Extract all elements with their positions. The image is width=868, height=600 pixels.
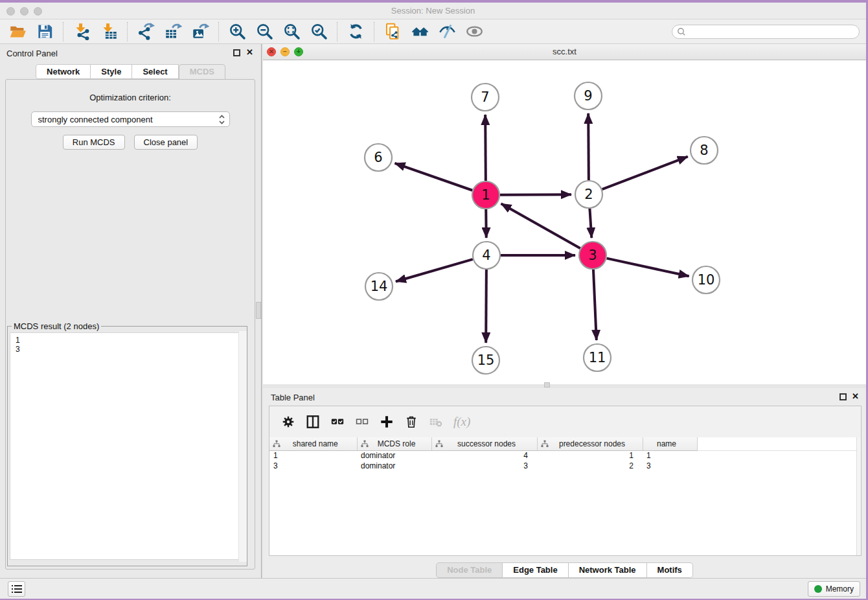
save-session-icon[interactable] xyxy=(34,22,55,41)
control-panel-title: Control Panel xyxy=(6,49,58,58)
memory-button[interactable]: Memory xyxy=(808,581,860,597)
network-window: ✕ − + scc.txt 7968124314101511 xyxy=(263,44,866,384)
tab-mcds[interactable]: MCDS xyxy=(179,64,225,80)
table-cell[interactable]: 1 xyxy=(269,450,357,461)
duplicate-network-icon[interactable] xyxy=(382,22,403,41)
delete-column-icon[interactable] xyxy=(402,413,420,431)
selected-option: strongly connected component xyxy=(38,115,153,124)
column-type-icon xyxy=(273,440,280,448)
memory-status-icon xyxy=(814,585,822,593)
search-box[interactable] xyxy=(672,25,860,39)
desktop-background: Session: New Session Control Panel ✕ Net… xyxy=(0,0,868,600)
add-column-icon[interactable] xyxy=(378,413,396,431)
table-container: f(x) shared nameMCDS rolesuccessor nodes… xyxy=(269,406,862,556)
node-label-14: 14 xyxy=(371,279,388,294)
open-session-icon[interactable] xyxy=(7,22,28,41)
zoom-out-icon[interactable] xyxy=(254,22,275,41)
zoom-in-icon[interactable] xyxy=(227,22,247,41)
table-cell[interactable]: 1 xyxy=(537,450,643,461)
select-all-columns-icon[interactable] xyxy=(328,413,347,431)
edge-1-2[interactable] xyxy=(500,194,571,195)
search-input[interactable] xyxy=(689,27,851,36)
toolbar-separator xyxy=(218,22,219,41)
table-cell[interactable]: dominator xyxy=(357,461,431,471)
network-graph[interactable]: 7968124314101511 xyxy=(263,60,868,384)
table-tabs: Node TableEdge TableNetwork TableMotifs xyxy=(263,562,866,578)
status-bar: Memory xyxy=(0,578,866,599)
close-panel-button[interactable]: Close panel xyxy=(134,135,198,150)
column-header-MCDS-role[interactable]: MCDS role xyxy=(357,437,431,450)
split-columns-icon[interactable] xyxy=(304,413,322,431)
network-canvas[interactable]: 7968124314101511 xyxy=(263,60,866,384)
table-cell[interactable]: 1 xyxy=(643,450,697,461)
tab-style[interactable]: Style xyxy=(91,64,132,79)
edge-3-1[interactable] xyxy=(501,203,580,248)
float-panel-icon[interactable] xyxy=(233,49,240,56)
close-panel-icon[interactable]: ✕ xyxy=(852,391,859,401)
run-mcds-button[interactable]: Run MCDS xyxy=(63,135,125,150)
import-table-icon[interactable] xyxy=(98,22,119,41)
export-image-icon[interactable] xyxy=(190,22,211,41)
hide-details-icon[interactable] xyxy=(437,22,457,41)
splitter-handle[interactable] xyxy=(544,382,550,387)
node-label-4: 4 xyxy=(482,248,490,263)
column-header-successor-nodes[interactable]: successor nodes xyxy=(431,437,537,450)
edge-2-8[interactable] xyxy=(602,157,688,190)
node-label-9: 9 xyxy=(584,88,592,104)
result-scrollbar[interactable] xyxy=(238,331,247,562)
tab-edge-table[interactable]: Edge Table xyxy=(503,562,568,578)
mcds-result-text[interactable]: 1 3 xyxy=(10,332,245,560)
float-panel-icon[interactable] xyxy=(839,393,847,400)
edge-1-6[interactable] xyxy=(394,163,472,190)
control-panel: Control Panel ✕ NetworkStyleSelectMCDS O… xyxy=(0,44,261,578)
table-cell[interactable]: dominator xyxy=(357,450,431,461)
zoom-fit-icon[interactable] xyxy=(281,22,302,41)
edge-2-3[interactable] xyxy=(589,209,591,238)
table-row[interactable]: 3dominator323 xyxy=(269,461,856,471)
main-toolbar xyxy=(0,19,866,44)
tab-select[interactable]: Select xyxy=(132,64,178,79)
zoom-selected-icon[interactable] xyxy=(308,22,329,41)
column-header-predecessor-nodes[interactable]: predecessor nodes xyxy=(537,437,643,450)
table-panel-title: Table Panel xyxy=(271,393,315,402)
export-network-icon[interactable] xyxy=(135,22,156,41)
table-cell[interactable]: 4 xyxy=(431,450,537,461)
task-history-button[interactable] xyxy=(8,581,25,597)
home-icon[interactable] xyxy=(409,22,430,41)
edge-1-7[interactable] xyxy=(485,115,486,181)
tab-network[interactable]: Network xyxy=(36,64,91,79)
close-panel-icon[interactable]: ✕ xyxy=(246,47,253,57)
tab-node-table[interactable]: Node Table xyxy=(436,562,503,578)
table-row[interactable]: 1dominator411 xyxy=(269,450,856,461)
edge-3-10[interactable] xyxy=(606,259,689,277)
column-header-shared-name[interactable]: shared name xyxy=(269,437,357,450)
show-details-icon[interactable] xyxy=(464,22,485,41)
column-header-filler xyxy=(697,437,856,450)
edge-3-11[interactable] xyxy=(593,270,597,340)
column-type-icon xyxy=(541,440,549,448)
table-cell[interactable]: 3 xyxy=(269,461,357,471)
export-table-icon[interactable] xyxy=(163,22,183,41)
edge-4-14[interactable] xyxy=(396,259,473,281)
node-table: shared nameMCDS rolesuccessor nodesprede… xyxy=(269,437,856,555)
toolbar-separator xyxy=(127,22,128,41)
tab-motifs[interactable]: Motifs xyxy=(647,562,693,578)
splitter-handle[interactable] xyxy=(256,302,261,319)
refresh-icon[interactable] xyxy=(345,22,366,41)
tab-network-table[interactable]: Network Table xyxy=(569,562,647,578)
table-panel-header: Table Panel ✕ xyxy=(263,388,866,406)
deselect-all-columns-icon[interactable] xyxy=(353,413,371,431)
column-header-name[interactable]: name xyxy=(643,437,697,450)
node-label-6: 6 xyxy=(374,150,382,165)
table-cell[interactable]: 3 xyxy=(431,461,537,471)
memory-label: Memory xyxy=(826,584,854,594)
import-network-icon[interactable] xyxy=(71,22,92,41)
table-scrollbar[interactable] xyxy=(856,437,861,555)
edge-4-15[interactable] xyxy=(486,270,486,343)
table-cell[interactable]: 3 xyxy=(643,461,697,471)
control-panel-tabs: NetworkStyleSelectMCDS xyxy=(0,64,261,80)
edge-2-9[interactable] xyxy=(588,113,589,180)
table-cell[interactable]: 2 xyxy=(537,461,643,471)
table-settings-icon[interactable] xyxy=(279,413,297,431)
optimization-criterion-select[interactable]: strongly connected component xyxy=(31,111,230,127)
